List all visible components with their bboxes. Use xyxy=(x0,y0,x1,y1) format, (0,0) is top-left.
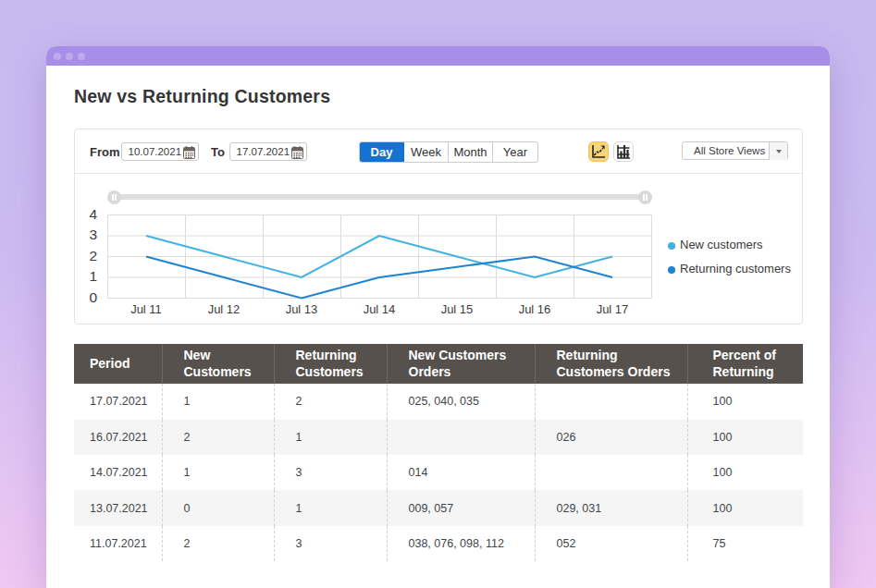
svg-text:1: 1 xyxy=(89,268,97,284)
svg-text:0: 0 xyxy=(89,289,97,305)
svg-text:Jul 11: Jul 11 xyxy=(130,302,162,316)
svg-text:Jul 15: Jul 15 xyxy=(441,302,474,316)
svg-text:Jul 12: Jul 12 xyxy=(208,302,241,316)
svg-text:Jul 14: Jul 14 xyxy=(364,302,396,316)
svg-text:3: 3 xyxy=(89,227,97,242)
svg-text:Jul 13: Jul 13 xyxy=(286,302,318,316)
svg-text:2: 2 xyxy=(89,248,97,263)
svg-text:Jul 16: Jul 16 xyxy=(519,302,551,316)
svg-text:4: 4 xyxy=(89,208,97,222)
svg-text:Jul 17: Jul 17 xyxy=(597,302,629,316)
